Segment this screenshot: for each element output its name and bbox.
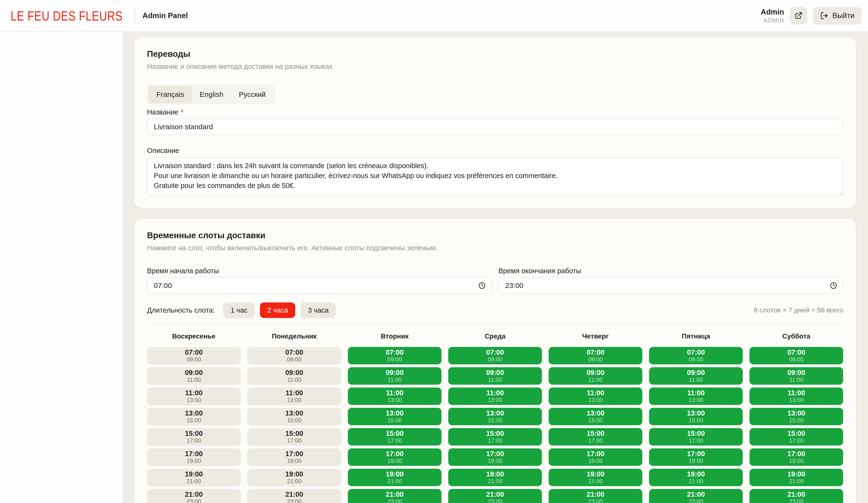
slot-cell[interactable]: 15:0017:00 xyxy=(348,428,442,445)
slot-start-time: 11:00 xyxy=(486,389,504,397)
slot-cell[interactable]: 11:0013:00 xyxy=(147,388,241,405)
slot-cell[interactable]: 11:0013:00 xyxy=(549,388,642,405)
slot-end-time: 09:00 xyxy=(287,356,301,363)
day-name: Четверг xyxy=(549,332,642,340)
slot-cell[interactable]: 19:0021:00 xyxy=(448,469,542,486)
slot-cell[interactable]: 15:0017:00 xyxy=(147,428,241,445)
slot-start-time: 17:00 xyxy=(386,450,404,458)
slot-cell[interactable]: 17:0019:00 xyxy=(348,449,442,466)
slot-cell[interactable]: 19:0021:00 xyxy=(750,469,843,486)
slot-cell[interactable]: 11:0013:00 xyxy=(247,388,341,405)
slot-cell[interactable]: 11:0013:00 xyxy=(649,388,743,405)
slot-cell[interactable]: 09:0011:00 xyxy=(649,367,743,385)
slot-cell[interactable]: 15:0017:00 xyxy=(649,428,743,445)
slot-end-time: 17:00 xyxy=(789,437,804,444)
slot-cell[interactable]: 07:0009:00 xyxy=(448,347,542,364)
duration-option[interactable]: 3 часа xyxy=(300,302,336,318)
slot-end-time: 23:00 xyxy=(588,499,603,503)
slot-start-time: 17:00 xyxy=(486,450,504,458)
slot-end-time: 11:00 xyxy=(187,376,201,383)
slot-cell[interactable]: 09:0011:00 xyxy=(549,367,642,385)
slot-cell[interactable]: 15:0017:00 xyxy=(448,428,542,445)
slot-cell[interactable]: 09:0011:00 xyxy=(448,367,542,385)
slots-total-text: 8 слотов × 7 дней = 56 всего xyxy=(754,306,843,314)
slot-cell[interactable]: 17:0019:00 xyxy=(247,449,341,466)
language-tabs: FrançaisEnglishРусский xyxy=(147,84,275,104)
slot-cell[interactable]: 19:0021:00 xyxy=(549,469,642,486)
slot-start-time: 21:00 xyxy=(285,491,303,499)
duration-row: Длительность слота: 1 час2 часа3 часа 8 … xyxy=(147,302,843,318)
end-time-input[interactable] xyxy=(498,277,843,294)
slot-cell[interactable]: 11:0013:00 xyxy=(750,388,843,405)
slot-cell[interactable]: 17:0019:00 xyxy=(549,449,642,466)
slots-grid: Воскресенье07:0009:0009:0011:0011:0013:0… xyxy=(147,332,843,503)
slot-cell[interactable]: 13:0015:00 xyxy=(750,408,843,425)
day-name: Пятница xyxy=(649,332,743,340)
slot-cell[interactable]: 09:0011:00 xyxy=(348,367,442,385)
slot-cell[interactable]: 21:0023:00 xyxy=(448,489,542,503)
slot-cell[interactable]: 15:0017:00 xyxy=(750,428,843,445)
slot-start-time: 13:00 xyxy=(285,409,303,417)
start-time-input[interactable] xyxy=(147,277,492,294)
name-label: Название* xyxy=(147,108,843,116)
slot-cell[interactable]: 13:0015:00 xyxy=(247,408,341,425)
slot-cell[interactable]: 13:0015:00 xyxy=(147,408,241,425)
slot-cell[interactable]: 15:0017:00 xyxy=(549,428,642,445)
slot-end-time: 17:00 xyxy=(588,437,603,444)
slot-cell[interactable]: 21:0023:00 xyxy=(549,489,642,503)
slot-start-time: 17:00 xyxy=(185,450,203,458)
slot-cell[interactable]: 09:0011:00 xyxy=(750,367,843,385)
duration-option[interactable]: 2 часа xyxy=(260,302,295,318)
slot-end-time: 13:00 xyxy=(588,397,603,403)
slot-start-time: 17:00 xyxy=(687,450,705,458)
slot-start-time: 13:00 xyxy=(185,409,203,417)
slot-cell[interactable]: 07:0009:00 xyxy=(348,347,442,364)
language-tab[interactable]: Français xyxy=(149,86,192,103)
slot-cell[interactable]: 11:0013:00 xyxy=(348,388,442,405)
header: LE FEU DES FLEURS Admin Panel Admin ADMI… xyxy=(0,0,868,32)
slot-cell[interactable]: 13:0015:00 xyxy=(348,408,442,425)
slot-start-time: 21:00 xyxy=(185,491,203,499)
slot-cell[interactable]: 17:0019:00 xyxy=(147,449,241,466)
slot-cell[interactable]: 19:0021:00 xyxy=(147,469,241,486)
slot-cell[interactable]: 19:0021:00 xyxy=(348,469,442,486)
slot-cell[interactable]: 13:0015:00 xyxy=(649,408,743,425)
slot-cell[interactable]: 15:0017:00 xyxy=(247,428,341,445)
description-textarea[interactable] xyxy=(147,157,843,196)
language-tab[interactable]: English xyxy=(192,86,231,103)
slot-cell[interactable]: 17:0019:00 xyxy=(750,449,843,466)
slot-start-time: 09:00 xyxy=(285,369,303,376)
slot-cell[interactable]: 13:0015:00 xyxy=(549,408,642,425)
logout-label: Выйти xyxy=(832,11,855,20)
slot-cell[interactable]: 19:0021:00 xyxy=(649,469,743,486)
slot-cell[interactable]: 09:0011:00 xyxy=(147,367,241,385)
slot-cell[interactable]: 17:0019:00 xyxy=(649,449,743,466)
slot-cell[interactable]: 21:0023:00 xyxy=(649,489,743,503)
slot-cell[interactable]: 17:0019:00 xyxy=(448,449,542,466)
slot-cell[interactable]: 07:0009:00 xyxy=(147,347,241,364)
slot-cell[interactable]: 09:0011:00 xyxy=(247,367,341,385)
slot-cell[interactable]: 13:0015:00 xyxy=(448,408,542,425)
day-column: Вторник07:0009:0009:0011:0011:0013:0013:… xyxy=(348,332,442,503)
slot-cell[interactable]: 21:0023:00 xyxy=(247,489,341,503)
duration-option[interactable]: 1 час xyxy=(223,302,255,318)
slot-end-time: 09:00 xyxy=(588,356,603,363)
slot-cell[interactable]: 07:0009:00 xyxy=(750,347,843,364)
open-site-button[interactable] xyxy=(790,7,807,24)
slot-start-time: 07:00 xyxy=(486,349,504,356)
slot-cell[interactable]: 07:0009:00 xyxy=(549,347,642,364)
slot-cell[interactable]: 07:0009:00 xyxy=(247,347,341,364)
slot-cell[interactable]: 21:0023:00 xyxy=(147,489,241,503)
language-tab[interactable]: Русский xyxy=(231,86,273,103)
slot-cell[interactable]: 11:0013:00 xyxy=(448,388,542,405)
slot-cell[interactable]: 19:0021:00 xyxy=(247,469,341,486)
slot-cell[interactable]: 21:0023:00 xyxy=(750,489,843,503)
name-label-text: Название xyxy=(147,108,178,116)
slot-cell[interactable]: 07:0009:00 xyxy=(649,347,743,364)
day-name: Среда xyxy=(448,332,542,340)
slot-cell[interactable]: 21:0023:00 xyxy=(348,489,442,503)
slot-end-time: 21:00 xyxy=(488,478,502,484)
logout-button[interactable]: Выйти xyxy=(813,7,862,24)
slot-end-time: 23:00 xyxy=(388,499,402,503)
name-input[interactable] xyxy=(147,119,843,135)
